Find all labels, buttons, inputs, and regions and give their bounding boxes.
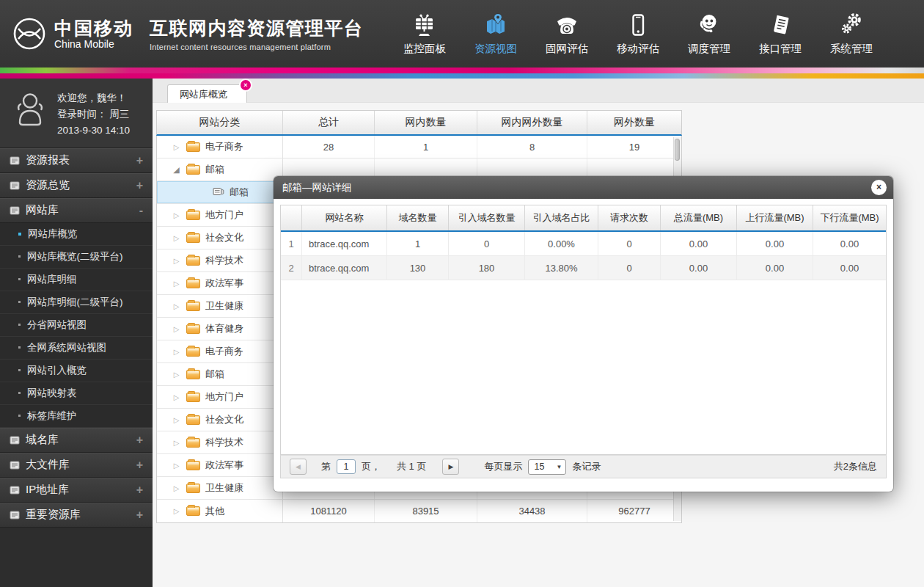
- expand-icon[interactable]: +: [136, 459, 143, 472]
- prev-page-button[interactable]: ◀: [290, 459, 307, 475]
- table-row[interactable]: ▷其他10811208391534438962777: [157, 500, 681, 522]
- expand-icon[interactable]: +: [136, 508, 143, 522]
- document-icon: [10, 511, 20, 519]
- tree-cell: ▷其他: [157, 500, 283, 522]
- tree-cell: ▷政法军事: [157, 272, 283, 294]
- tree-expand-icon[interactable]: ▷: [172, 211, 181, 219]
- nav-item-6[interactable]: 接口管理: [758, 12, 803, 56]
- detail-column-header: 总流量(MB): [660, 205, 736, 230]
- sidebar-section[interactable]: 大文件库+: [0, 453, 153, 478]
- sidebar-item[interactable]: 标签库维护: [0, 405, 153, 428]
- sidebar-item[interactable]: 网站库明细(二级平台): [0, 291, 153, 314]
- folder-icon: [186, 142, 200, 152]
- expand-icon[interactable]: +: [136, 434, 143, 447]
- column-header: 网站分类: [157, 111, 283, 134]
- column-header: 网外数量: [587, 111, 681, 134]
- document-icon: [10, 436, 20, 445]
- nav-item-3[interactable]: 固网评估: [544, 12, 590, 56]
- page-number-input[interactable]: 1: [337, 459, 356, 474]
- nav-item-2[interactable]: 资源视图: [473, 12, 518, 56]
- sidebar-item-label: 全网系统网站视图: [27, 341, 106, 354]
- tree-expand-icon[interactable]: ▷: [172, 439, 181, 447]
- bullet-icon: [18, 369, 21, 371]
- scrollbar-thumb[interactable]: [675, 139, 680, 161]
- detail-cell: 0.00: [813, 232, 886, 255]
- tree-expand-icon[interactable]: ▷: [172, 302, 181, 310]
- folder-icon: [186, 415, 200, 425]
- site-table-header: 网站分类总计网内数量网内网外数量网外数量: [156, 110, 682, 136]
- category-label: 社会文化: [205, 413, 243, 426]
- detail-modal: 邮箱—网站详细 × 网站名称域名数量引入域名数量引入域名占比请求次数总流量(MB…: [274, 176, 893, 492]
- tree-expand-icon[interactable]: ▷: [172, 257, 181, 265]
- layout: 欢迎您，魏华！ 登录时间： 周三 2013-9-30 14:10 资源报表+资源…: [0, 79, 924, 587]
- tree-expand-icon[interactable]: ▷: [172, 143, 181, 151]
- detail-table-empty-area: [281, 280, 886, 454]
- nav-item-4[interactable]: 移动评估: [615, 12, 661, 56]
- tree-expand-icon[interactable]: ▷: [172, 325, 181, 333]
- sidebar-item[interactable]: 网站映射表: [0, 382, 153, 405]
- detail-table-row[interactable]: 1btrace.qq.com100.00%00.000.000.00: [281, 232, 886, 256]
- user-info: 欢迎您，魏华！ 登录时间： 周三 2013-9-30 14:10: [57, 89, 130, 139]
- sidebar-section[interactable]: 重要资源库+: [0, 503, 153, 528]
- sidebar-item[interactable]: 全网系统网站视图: [0, 337, 153, 360]
- tree-expand-icon[interactable]: ▷: [172, 484, 181, 492]
- detail-cell: 0.00: [736, 256, 813, 280]
- cell-value: 8: [477, 136, 587, 158]
- sidebar-section[interactable]: 域名库+: [0, 428, 153, 453]
- nav-item-5[interactable]: 调度管理: [686, 12, 732, 56]
- sidebar-section[interactable]: IP地址库+: [0, 478, 153, 503]
- modal-titlebar: 邮箱—网站详细 ×: [274, 176, 893, 199]
- category-label: 体育健身: [205, 322, 243, 335]
- tree-expand-icon[interactable]: ▷: [172, 462, 181, 470]
- detail-column-header: 下行流量(MB): [813, 205, 886, 230]
- sidebar-section[interactable]: 网站库-: [0, 198, 153, 223]
- tree-cell: ▷卫生健康: [157, 295, 283, 317]
- category-label: 邮箱: [205, 163, 224, 176]
- tree-expand-icon[interactable]: ▷: [172, 416, 181, 424]
- detail-table-row[interactable]: 2btrace.qq.com13018013.80%00.000.000.00: [281, 256, 886, 280]
- sidebar-item[interactable]: 网站库明细: [0, 269, 153, 291]
- tree-collapse-icon[interactable]: ◢: [172, 165, 181, 175]
- sidebar-section[interactable]: 资源报表+: [0, 148, 153, 173]
- tree-cell: ▷体育健身: [157, 318, 283, 340]
- category-label: 其他: [205, 505, 224, 518]
- tab-close-icon[interactable]: ×: [239, 79, 252, 92]
- tree-expand-icon[interactable]: ▷: [172, 393, 181, 401]
- modal-close-icon[interactable]: ×: [871, 180, 887, 195]
- sidebar-section-label: 域名库: [26, 433, 59, 447]
- tree-expand-icon[interactable]: ▷: [172, 348, 181, 356]
- per-page-select[interactable]: 15 ▼: [528, 459, 566, 475]
- page-subtitle: Internet content resources management pl…: [150, 43, 364, 51]
- sidebar-section[interactable]: 资源总览+: [0, 173, 153, 198]
- sidebar-item[interactable]: 分省网站视图: [0, 314, 153, 337]
- sidebar-item[interactable]: 网站库概览(二级平台): [0, 246, 153, 269]
- tree-expand-icon[interactable]: ▷: [172, 371, 181, 379]
- tree-cell: ▷政法军事: [157, 454, 283, 476]
- expand-icon[interactable]: +: [136, 179, 143, 192]
- folder-icon: [186, 279, 200, 288]
- sidebar-item-label: 网站库明细(二级平台): [27, 296, 123, 309]
- tree-expand-icon[interactable]: ▷: [172, 280, 181, 288]
- folder-icon: [186, 211, 200, 220]
- sidebar-item[interactable]: 网站引入概览: [0, 360, 153, 382]
- folder-icon: [186, 438, 200, 448]
- cell-value: 19: [587, 136, 681, 158]
- folder-icon: [186, 324, 200, 334]
- collapse-icon[interactable]: -: [139, 204, 143, 217]
- expand-icon[interactable]: +: [136, 484, 143, 497]
- table-row[interactable]: ▷电子商务281819: [157, 136, 681, 158]
- nav-item-7[interactable]: 系统管理: [829, 12, 874, 56]
- sidebar-item[interactable]: 网站库概览: [0, 223, 153, 246]
- document-icon: [10, 156, 20, 165]
- detail-cell: 180: [448, 256, 524, 280]
- expand-icon[interactable]: +: [136, 154, 143, 167]
- detail-cell: 130: [386, 256, 448, 280]
- next-page-button[interactable]: ▶: [442, 459, 459, 475]
- map-icon: [483, 12, 508, 37]
- sidebar-section-label: 重要资源库: [26, 508, 81, 522]
- nav-item-1[interactable]: 监控面板: [402, 12, 447, 56]
- per-page-label: 每页显示: [484, 460, 522, 473]
- tree-expand-icon[interactable]: ▷: [172, 507, 181, 515]
- tab-site-overview[interactable]: 网站库概览 ×: [167, 84, 247, 103]
- tree-expand-icon[interactable]: ▷: [172, 234, 181, 242]
